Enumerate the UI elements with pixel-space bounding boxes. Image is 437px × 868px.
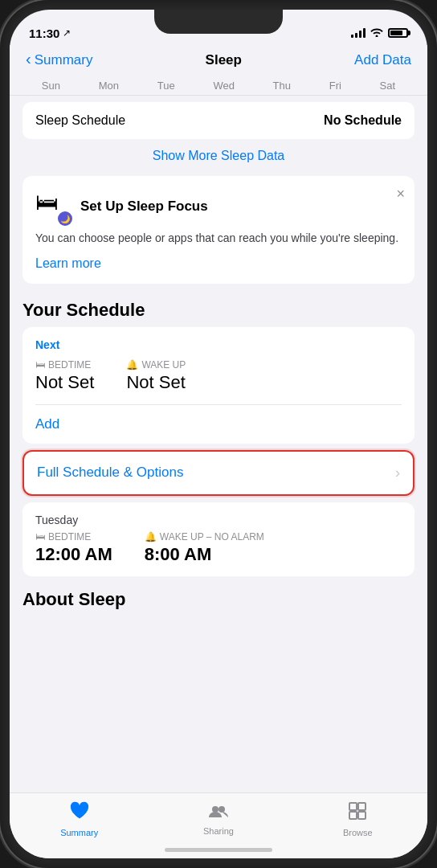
wakeup-label: 🔔 WAKE UP (126, 359, 186, 371)
back-chevron-icon: ‹ (26, 50, 31, 68)
browse-tab-label: Browse (343, 828, 373, 837)
signal-icon (351, 28, 366, 38)
status-time: 11:30 (29, 27, 59, 40)
day-fri[interactable]: Fri (329, 80, 341, 92)
week-strip: Sun Mon Tue Wed Thu Fri Sat (10, 76, 427, 96)
add-row: Add (22, 405, 415, 444)
phone-frame: 11:30 ↗ (0, 0, 437, 868)
focus-description: You can choose people or apps that can r… (35, 231, 402, 247)
sharing-tab-label: Sharing (203, 826, 234, 836)
location-icon: ↗ (63, 27, 71, 39)
summary-heart-icon (69, 801, 90, 825)
day-thu[interactable]: Thu (273, 80, 291, 92)
bed-small-icon: 🛏 (35, 359, 45, 371)
wakeup-item[interactable]: 🔔 WAKE UP Not Set (126, 359, 186, 393)
moon-badge-icon: 🌙 (58, 211, 72, 226)
bell-small-icon: 🔔 (126, 359, 138, 371)
screen-content: ‹ Summary Sleep Add Data Sun Mon Tue Wed… (10, 45, 427, 858)
nav-back-label: Summary (35, 52, 93, 68)
learn-more-button[interactable]: Learn more (35, 256, 101, 270)
sleep-schedule-label: Sleep Schedule (35, 113, 125, 128)
sleep-focus-card: 🛏 🌙 Set Up Sleep Focus × You can choose … (22, 176, 415, 284)
tuesday-bedtime-item[interactable]: 🛏 BEDTIME 12:00 AM (35, 531, 112, 565)
full-schedule-options-button[interactable]: Full Schedule & Options › (22, 450, 415, 496)
svg-rect-2 (349, 803, 357, 810)
tuesday-wakeup-label: 🔔 WAKE UP – NO ALARM (145, 531, 264, 542)
wifi-icon (370, 27, 383, 39)
day-tue[interactable]: Tue (157, 80, 175, 92)
tuesday-bedtime-value: 12:00 AM (35, 544, 112, 565)
bed-tuesday-icon: 🛏 (35, 531, 45, 542)
focus-card-header: 🛏 🌙 Set Up Sleep Focus (35, 189, 402, 224)
tuesday-wakeup-value: 8:00 AM (145, 544, 264, 565)
wakeup-value: Not Set (126, 372, 186, 393)
tuesday-times: 🛏 BEDTIME 12:00 AM 🔔 WAKE UP – NO ALARM … (35, 531, 402, 565)
scroll-area: Sleep Schedule No Schedule Show More Sle… (10, 96, 427, 858)
bedtime-label: 🛏 BEDTIME (35, 359, 94, 371)
tab-sharing[interactable]: Sharing (149, 801, 288, 836)
your-schedule-title: Your Schedule (10, 287, 427, 327)
day-sat[interactable]: Sat (380, 80, 396, 92)
phone-screen: 11:30 ↗ (10, 10, 427, 858)
nav-bar: ‹ Summary Sleep Add Data (10, 45, 427, 76)
nav-back-button[interactable]: ‹ Summary (26, 51, 92, 68)
schedule-times-row: 🛏 BEDTIME Not Set 🔔 WAKE UP Not Set (22, 359, 415, 404)
bell-tuesday-icon: 🔔 (145, 531, 157, 542)
battery-icon (388, 28, 408, 38)
sleep-schedule-row[interactable]: Sleep Schedule No Schedule (22, 102, 415, 139)
svg-rect-3 (358, 803, 366, 810)
bed-icon: 🛏 (35, 190, 58, 215)
show-more-sleep-data-button[interactable]: Show More Sleep Data (10, 139, 427, 173)
home-indicator (165, 848, 272, 852)
sleep-schedule-value: No Schedule (324, 113, 402, 128)
schedule-next-row: Next (22, 327, 415, 359)
tab-summary[interactable]: Summary (10, 801, 149, 837)
focus-close-button[interactable]: × (396, 186, 405, 203)
tuesday-schedule-card: Tuesday 🛏 BEDTIME 12:00 AM 🔔 (22, 502, 415, 576)
notch (154, 10, 283, 34)
schedule-card: Next 🛏 BEDTIME Not Set 🔔 (22, 327, 415, 444)
svg-point-1 (218, 806, 225, 813)
bedtime-value: Not Set (35, 372, 94, 393)
full-schedule-chevron-icon: › (395, 465, 400, 481)
tab-browse[interactable]: Browse (288, 801, 427, 837)
day-mon[interactable]: Mon (99, 80, 119, 92)
full-schedule-label: Full Schedule & Options (37, 465, 183, 481)
tuesday-label: Tuesday (35, 514, 402, 526)
tuesday-bedtime-label: 🛏 BEDTIME (35, 531, 112, 542)
bedtime-item[interactable]: 🛏 BEDTIME Not Set (35, 359, 94, 393)
day-wed[interactable]: Wed (213, 80, 235, 92)
add-schedule-button[interactable]: Add (35, 416, 59, 432)
tuesday-wakeup-item[interactable]: 🔔 WAKE UP – NO ALARM 8:00 AM (145, 531, 264, 565)
focus-card-title: Set Up Sleep Focus (80, 199, 208, 215)
sharing-icon (207, 801, 230, 824)
focus-icon-container: 🛏 🌙 (35, 189, 71, 224)
svg-rect-5 (358, 812, 366, 819)
svg-rect-4 (349, 812, 357, 819)
browse-icon (348, 801, 367, 825)
add-data-button[interactable]: Add Data (354, 52, 411, 68)
summary-tab-label: Summary (60, 828, 98, 837)
day-sun[interactable]: Sun (42, 80, 60, 92)
about-sleep-title: About Sleep (10, 576, 427, 616)
svg-point-0 (212, 806, 218, 813)
nav-title: Sleep (206, 52, 242, 68)
next-label: Next (35, 338, 402, 351)
status-icons (351, 27, 408, 39)
